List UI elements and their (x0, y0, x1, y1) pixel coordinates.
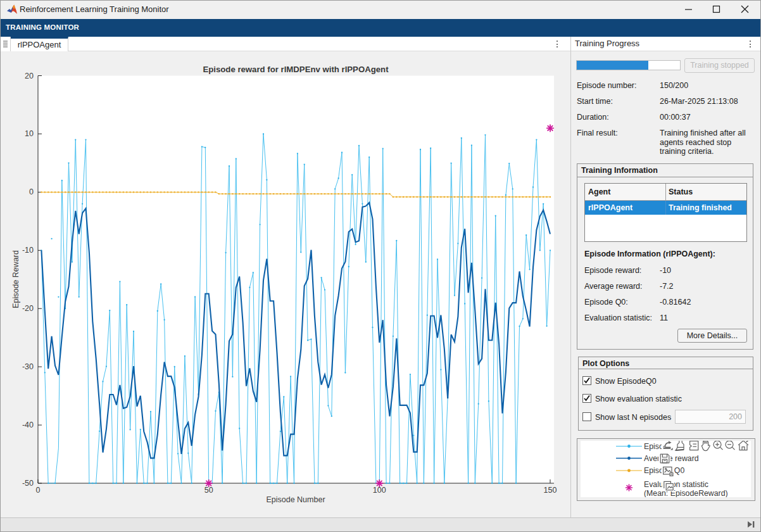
svg-text:10: 10 (25, 129, 34, 138)
svg-text:150: 150 (544, 486, 557, 495)
svg-text:0: 0 (29, 187, 34, 196)
svg-text:Average reward: Average reward (644, 454, 699, 463)
svg-text:0: 0 (36, 486, 41, 495)
svg-text:Episode Reward: Episode Reward (11, 250, 20, 308)
svg-text:-20: -20 (22, 304, 34, 313)
svg-text:-10: -10 (22, 246, 34, 255)
svg-text:100: 100 (373, 486, 386, 495)
svg-text:Episode reward for rlMDPEnv wi: Episode reward for rlMDPEnv with rlPPOAg… (203, 65, 389, 74)
svg-text:20: 20 (25, 72, 34, 80)
svg-text:50: 50 (204, 486, 213, 495)
svg-text:-30: -30 (22, 362, 34, 371)
svg-text:-40: -40 (22, 421, 34, 429)
svg-text:(Mean: EpisodeReward): (Mean: EpisodeReward) (644, 489, 728, 498)
svg-text:-50: -50 (22, 479, 34, 488)
svg-text:Episode Number: Episode Number (266, 495, 325, 504)
svg-text:Evaluation statistic: Evaluation statistic (644, 480, 708, 489)
